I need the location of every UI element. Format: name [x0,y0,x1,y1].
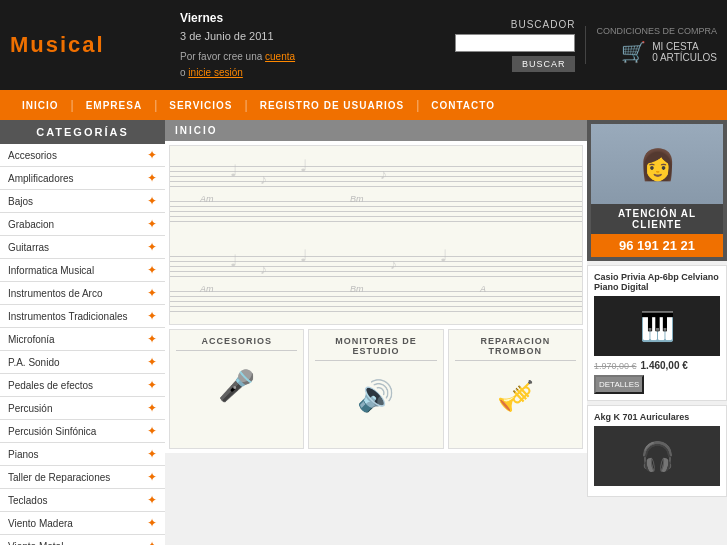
sidebar-item-label: Viento Metal [8,541,63,546]
sheet-music-area: Am Bm Am Bm A ♩ ♪ ♩ ♪ ♩ ♪ ♩ ♪ ♩ [169,145,583,325]
sidebar-item-viento-madera[interactable]: Viento Madera✦ [0,512,165,535]
nav-empresa[interactable]: EMPRESA [74,90,154,120]
attention-person-image: 👩 [591,124,723,204]
sidebar-item-label: Instrumentos Tradicionales [8,311,128,322]
staff-line [170,206,582,207]
staff-line [170,276,582,277]
staff-line [170,181,582,182]
sidebar-item-label: Percusión [8,403,52,414]
sidebar-items: Accesorios✦Amplificadores✦Bajos✦Grabacio… [0,144,165,545]
date-area: Viernes 3 de Junio de 2011 Por favor cre… [180,9,445,82]
sidebar-item-label: Amplificadores [8,173,74,184]
sidebar-item-icon: ✦ [147,171,157,185]
main-content-area: INICIO [165,120,587,545]
staff-line [170,211,582,212]
sidebar-item-label: Grabacion [8,219,54,230]
sidebar-item-pedales-de-efectos[interactable]: Pedales de efectos✦ [0,374,165,397]
date-label: 3 de Junio de 2011 [180,28,445,46]
login-link[interactable]: inicie sesión [188,67,242,78]
sidebar-item-icon: ✦ [147,286,157,300]
staff-line [170,306,582,307]
sidebar-item-icon: ✦ [147,401,157,415]
nav-registro[interactable]: REGISTRO DE USUARIOS [248,90,416,120]
product-title-monitores: MONITORES DE ESTUDIO [315,336,436,361]
search-area: BUSCADOR BUSCAR [455,19,575,72]
product-card-accesorios: ACCESORIOS 🎤 [169,329,304,449]
staff-line [170,296,582,297]
sidebar-header: CATEGORÍAS [0,120,165,144]
sidebar-item-accesorios[interactable]: Accesorios✦ [0,144,165,167]
sidebar-item-icon: ✦ [147,470,157,484]
sidebar-item-label: Taller de Reparaciones [8,472,110,483]
nav-contacto[interactable]: CONTACTO [419,90,507,120]
cart-area: Condiciones de compra 🛒 MI CESTA 0 ARTÍC… [585,26,717,64]
sidebar-item-icon: ✦ [147,493,157,507]
sidebar-item-icon: ✦ [147,424,157,438]
sidebar-item-taller-de-reparaciones[interactable]: Taller de Reparaciones✦ [0,466,165,489]
feature-img-casio: 🎹 [594,296,720,356]
search-button[interactable]: BUSCAR [512,56,576,72]
sidebar-item-grabacion[interactable]: Grabacion✦ [0,213,165,236]
staff-line [170,216,582,217]
sidebar-item-amplificadores[interactable]: Amplificadores✦ [0,167,165,190]
product-title-accesorios: ACCESORIOS [176,336,297,351]
feature-title-akg: Akg K 701 Auriculares [594,412,720,422]
products-row: ACCESORIOS 🎤 MONITORES DE ESTUDIO 🔊 REPA… [169,329,583,449]
sidebar-item-label: Pianos [8,449,39,460]
search-input[interactable] [455,34,575,52]
breadcrumb: INICIO [165,120,587,141]
music-note-8: ♪ [390,256,397,272]
sidebar-item-icon: ✦ [147,378,157,392]
sidebar-item-icon: ✦ [147,263,157,277]
sidebar-item-informatica-musical[interactable]: Informatica Musical✦ [0,259,165,282]
sidebar-item-viento-metal[interactable]: Viento Metal✦ [0,535,165,545]
day-label: Viernes [180,9,445,28]
product-feature-casio: Casio Privia Ap-6bp Celviano Piano Digit… [587,265,727,401]
cart-label: MI CESTA [652,41,717,52]
staff-line [170,301,582,302]
feature-title-casio: Casio Privia Ap-6bp Celviano Piano Digit… [594,272,720,292]
cart-icon: 🛒 [621,40,646,64]
sidebar-item-label: Teclados [8,495,47,506]
create-account-link[interactable]: cuenta [265,51,295,62]
staff-line [170,221,582,222]
nav-inicio[interactable]: INICIO [10,90,71,120]
feature-price-old: 1.970,00 € [594,361,637,371]
music-note-2: ♪ [260,171,267,187]
staff-line [170,201,582,202]
music-note-4: ♪ [380,166,387,182]
music-note-7: ♩ [300,246,308,265]
feature-details-button[interactable]: DETALLES [594,375,644,394]
logo: Musical [10,32,170,58]
sidebar-item-icon: ✦ [147,355,157,369]
right-sidebar: 👩 ATENCIÓN AL CLIENTE 96 191 21 21 Casio… [587,120,727,545]
product-title-trombon: REPARACION TROMBON [455,336,576,361]
staff-line [170,311,582,312]
sidebar-item-teclados[interactable]: Teclados✦ [0,489,165,512]
sidebar-item-icon: ✦ [147,516,157,530]
nav-servicios[interactable]: SERVICIOS [157,90,244,120]
sidebar-item-guitarras[interactable]: Guitarras✦ [0,236,165,259]
nav-sep-4: | [416,98,419,112]
sidebar-item-icon: ✦ [147,332,157,346]
sidebar-item-label: Bajos [8,196,33,207]
product-feature-akg: Akg K 701 Auriculares 🎧 [587,405,727,497]
sidebar-item-pianos[interactable]: Pianos✦ [0,443,165,466]
product-card-monitores: MONITORES DE ESTUDIO 🔊 [308,329,443,449]
sidebar-item-label: Percusión Sinfónica [8,426,96,437]
sidebar-item-instrumentos-de-arco[interactable]: Instrumentos de Arco✦ [0,282,165,305]
header: Musical Viernes 3 de Junio de 2011 Por f… [0,0,727,90]
sidebar-item-instrumentos-tradicionales[interactable]: Instrumentos Tradicionales✦ [0,305,165,328]
sidebar-item-p.a.-sonido[interactable]: P.A. Sonido✦ [0,351,165,374]
sidebar-item-label: Instrumentos de Arco [8,288,103,299]
login-text: Por favor cree una [180,51,265,62]
sidebar-item-microfonía[interactable]: Microfonía✦ [0,328,165,351]
product-card-trombon: REPARACION TROMBON 🎺 [448,329,583,449]
sidebar-item-percusión[interactable]: Percusión✦ [0,397,165,420]
sidebar-item-bajos[interactable]: Bajos✦ [0,190,165,213]
navigation: INICIO | EMPRESA | SERVICIOS | REGISTRO … [0,90,727,120]
sidebar-item-icon: ✦ [147,217,157,231]
cart-items: 0 ARTÍCULOS [652,52,717,63]
sidebar-item-icon: ✦ [147,194,157,208]
sidebar-item-percusión-sinfónica[interactable]: Percusión Sinfónica✦ [0,420,165,443]
